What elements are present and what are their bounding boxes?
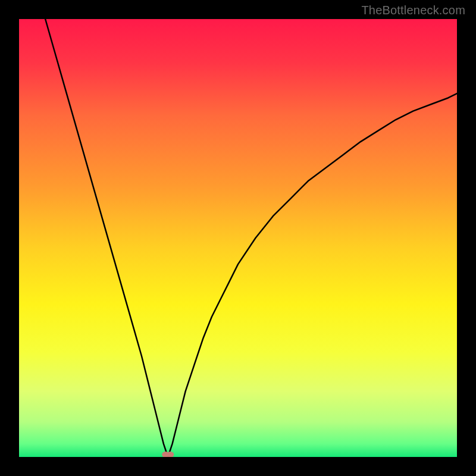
watermark-text: TheBottleneck.com <box>361 4 465 17</box>
minimum-marker <box>162 452 174 457</box>
chart-svg <box>19 19 457 457</box>
plot-area <box>19 19 457 457</box>
gradient-background <box>19 19 457 457</box>
chart-frame: TheBottleneck.com <box>0 0 476 476</box>
